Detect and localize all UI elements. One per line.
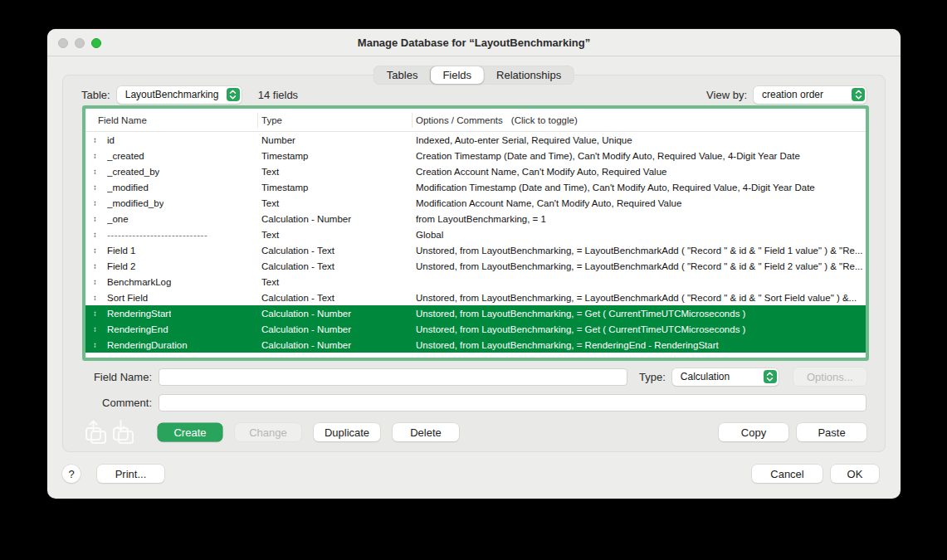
field-type-cell: Text xyxy=(258,277,412,287)
reorder-handle-icon[interactable]: ↕ xyxy=(93,183,101,192)
reorder-handle-icon[interactable]: ↕ xyxy=(93,341,101,349)
delete-button[interactable]: Delete xyxy=(393,423,459,441)
create-button[interactable]: Create xyxy=(158,423,222,441)
table-select[interactable]: LayoutBenchmarking xyxy=(117,86,242,104)
field-type-cell: Text xyxy=(258,198,412,208)
reorder-handle-icon[interactable]: ↕ xyxy=(93,215,101,223)
table-row[interactable]: ↕ Field 2 Calculation - Text Unstored, f… xyxy=(85,258,866,274)
view-by-select-value: creation order xyxy=(762,89,823,100)
type-select-value: Calculation xyxy=(681,371,730,382)
field-list-header: Field Name Type Options / Comments(Click… xyxy=(85,109,866,132)
table-toolbar: Table: LayoutBenchmarking 14 fields View… xyxy=(81,85,866,104)
help-button[interactable]: ? xyxy=(62,465,81,483)
ok-button[interactable]: OK xyxy=(831,465,879,483)
reorder-handle-icon[interactable]: ↕ xyxy=(93,309,101,318)
field-type-cell: Timestamp xyxy=(258,151,412,161)
field-name-cell: _created xyxy=(107,151,144,161)
fields-panel: Table: LayoutBenchmarking 14 fields View… xyxy=(62,75,886,452)
field-options-cell[interactable]: Unstored, from LayoutBenchmarking, = Lay… xyxy=(412,293,866,303)
reorder-handle-icon[interactable]: ↕ xyxy=(93,199,101,207)
table-row[interactable]: ↕ RenderingStart Calculation - Number Un… xyxy=(85,305,866,321)
field-type-cell: Text xyxy=(258,167,412,177)
up-down-chevrons-icon xyxy=(852,88,865,101)
tab-bar: Tables Fields Relationships xyxy=(373,66,574,85)
reorder-handle-icon[interactable]: ↕ xyxy=(93,136,101,144)
reorder-handle-icon[interactable]: ↕ xyxy=(93,152,101,160)
field-name-cell: _modified_by xyxy=(107,198,164,208)
reorder-handle-icon[interactable]: ↕ xyxy=(93,325,101,334)
field-name-label: Field Name: xyxy=(81,371,152,383)
table-row[interactable]: ↕ _created_by Text Creation Account Name… xyxy=(85,163,866,179)
tab-tables[interactable]: Tables xyxy=(374,66,431,84)
field-options-cell[interactable]: Unstored, from LayoutBenchmarking, = Ren… xyxy=(412,340,866,350)
table-select-value: LayoutBenchmarking xyxy=(125,89,219,100)
column-header-options[interactable]: Options / Comments(Click to toggle) xyxy=(412,113,866,128)
up-down-chevrons-icon xyxy=(764,370,777,383)
table-row[interactable]: ↕ BenchmarkLog Text xyxy=(85,274,866,290)
tab-fields[interactable]: Fields xyxy=(430,66,484,84)
field-options-cell[interactable]: from LayoutBenchmarking, = 1 xyxy=(412,214,866,224)
field-name-cell: RenderingDuration xyxy=(107,340,188,350)
field-table-body: ↕ id Number Indexed, Auto-enter Serial, … xyxy=(85,132,866,353)
field-type-cell: Calculation - Text xyxy=(258,246,412,256)
field-options-cell[interactable]: Global xyxy=(412,230,866,240)
reorder-handle-icon[interactable]: ↕ xyxy=(93,168,101,176)
field-type-cell: Timestamp xyxy=(258,183,412,192)
import-fields-icon[interactable] xyxy=(111,419,136,446)
title-bar: Manage Database for “LayoutBenchmarking” xyxy=(47,29,901,56)
table-row[interactable]: ↕ RenderingDuration Calculation - Number… xyxy=(85,337,866,353)
field-name-cell: ---------------------------- xyxy=(107,230,207,240)
field-options-cell[interactable]: Unstored, from LayoutBenchmarking, = Lay… xyxy=(412,246,866,256)
table-row[interactable]: ↕ _one Calculation - Number from LayoutB… xyxy=(85,211,866,226)
tab-relationships[interactable]: Relationships xyxy=(484,66,574,84)
field-options-cell[interactable]: Modification Timestamp (Date and Time), … xyxy=(412,183,866,192)
field-options-cell[interactable]: Modification Account Name, Can't Modify … xyxy=(412,198,866,208)
field-type-cell: Calculation - Number xyxy=(258,324,412,334)
reorder-handle-icon[interactable]: ↕ xyxy=(93,231,101,239)
field-name-input[interactable] xyxy=(159,368,627,386)
comment-input[interactable] xyxy=(159,394,866,411)
table-row[interactable]: ↕ _modified_by Text Modification Account… xyxy=(85,195,866,211)
options-button[interactable]: Options... xyxy=(793,368,866,386)
field-options-cell[interactable]: Creation Timestamp (Date and Time), Can'… xyxy=(412,151,866,161)
type-select[interactable]: Calculation xyxy=(672,368,779,386)
column-header-field-name[interactable]: Field Name xyxy=(85,113,258,128)
reorder-handle-icon[interactable]: ↕ xyxy=(93,294,101,302)
table-row[interactable]: ↕ id Number Indexed, Auto-enter Serial, … xyxy=(85,132,866,148)
table-row[interactable]: ↕ _modified Timestamp Modification Times… xyxy=(85,179,866,195)
table-row[interactable]: ↕ RenderingEnd Calculation - Number Unst… xyxy=(85,321,866,337)
field-options-cell[interactable]: Creation Account Name, Can't Modify Auto… xyxy=(412,167,866,177)
field-options-cell[interactable]: Unstored, from LayoutBenchmarking, = Get… xyxy=(412,324,866,334)
table-row[interactable]: ↕ ---------------------------- Text Glob… xyxy=(85,226,866,242)
reorder-handle-icon[interactable]: ↕ xyxy=(93,246,101,255)
copy-button[interactable]: Copy xyxy=(719,423,788,441)
export-fields-icon[interactable] xyxy=(84,419,109,446)
field-name-row: Field Name: Type: Calculation Options... xyxy=(81,368,866,386)
paste-button[interactable]: Paste xyxy=(797,423,866,441)
change-button[interactable]: Change xyxy=(235,423,301,441)
field-type-cell: Number xyxy=(258,135,412,145)
table-row[interactable]: ↕ _created Timestamp Creation Timestamp … xyxy=(85,148,866,163)
dialog-footer: ? Print... Cancel OK xyxy=(62,464,879,484)
traffic-lights xyxy=(58,38,101,48)
duplicate-button[interactable]: Duplicate xyxy=(314,423,380,441)
print-button[interactable]: Print... xyxy=(97,465,164,483)
field-name-cell: BenchmarkLog xyxy=(107,277,171,287)
minimize-button[interactable] xyxy=(75,38,85,48)
table-row[interactable]: ↕ Field 1 Calculation - Text Unstored, f… xyxy=(85,242,866,258)
field-options-cell[interactable]: Unstored, from LayoutBenchmarking, = Lay… xyxy=(412,261,866,271)
field-name-cell: Sort Field xyxy=(107,293,148,303)
view-by-select[interactable]: creation order xyxy=(754,86,866,104)
close-button[interactable] xyxy=(58,38,68,48)
window-title: Manage Database for “LayoutBenchmarking” xyxy=(47,29,901,56)
field-name-cell: Field 2 xyxy=(107,261,136,271)
reorder-handle-icon[interactable]: ↕ xyxy=(93,278,101,286)
field-name-cell: Field 1 xyxy=(107,246,136,256)
table-row[interactable]: ↕ Sort Field Calculation - Text Unstored… xyxy=(85,290,866,305)
column-header-type[interactable]: Type xyxy=(258,113,412,128)
zoom-button[interactable] xyxy=(91,38,101,48)
field-options-cell[interactable]: Indexed, Auto-enter Serial, Required Val… xyxy=(412,135,866,145)
cancel-button[interactable]: Cancel xyxy=(752,465,823,483)
reorder-handle-icon[interactable]: ↕ xyxy=(93,262,101,270)
field-options-cell[interactable]: Unstored, from LayoutBenchmarking, = Get… xyxy=(412,309,866,319)
